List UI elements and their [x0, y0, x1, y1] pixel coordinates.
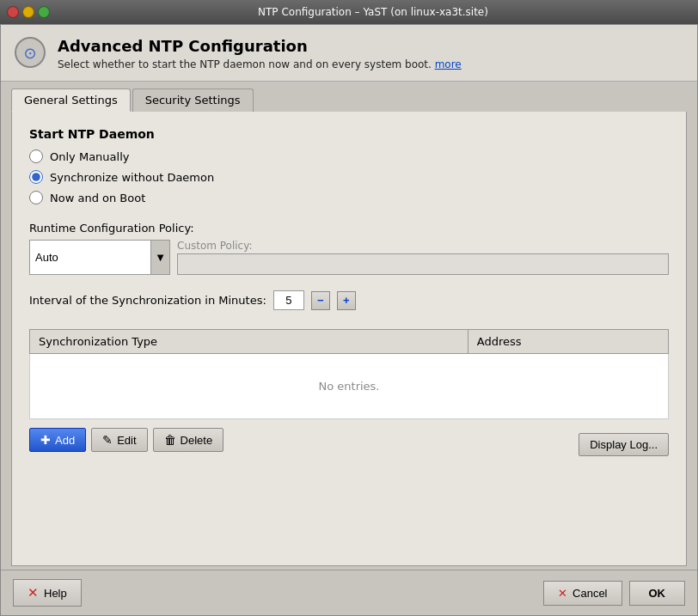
display-log-label: Display Log...: [590, 438, 658, 451]
interval-input[interactable]: [273, 290, 304, 310]
policy-label: Runtime Configuration Policy:: [29, 222, 194, 235]
radio-sync-without-daemon-label: Synchronize without Daemon: [50, 171, 214, 184]
edit-icon: ✎: [102, 433, 113, 447]
radio-now-and-boot-input[interactable]: [29, 191, 43, 204]
footer-right: ✕ Cancel OK: [543, 581, 685, 606]
tab-content: Start NTP Daemon Only Manually Synchroni…: [11, 112, 687, 566]
radio-sync-without-daemon-input[interactable]: [29, 170, 43, 184]
edit-button[interactable]: ✎ Edit: [91, 428, 147, 452]
custom-policy-label: Custom Policy:: [177, 240, 669, 252]
yast-icon: ⊙: [15, 37, 46, 68]
more-link[interactable]: more: [435, 58, 462, 70]
interval-increase-button[interactable]: +: [337, 291, 356, 310]
maximize-button[interactable]: [38, 6, 50, 18]
interval-decrease-button[interactable]: −: [311, 291, 330, 310]
radio-now-and-boot[interactable]: Now and on Boot: [29, 191, 669, 204]
delete-button[interactable]: 🗑 Delete: [153, 428, 224, 452]
window-title: NTP Configuration – YaST (on linux-xa3t.…: [55, 6, 691, 18]
titlebar-buttons: [7, 6, 50, 18]
tab-general-settings[interactable]: General Settings: [11, 88, 131, 112]
policy-select[interactable]: Auto Custom: [30, 241, 150, 274]
no-entries-label: No entries.: [39, 359, 659, 413]
dialog-description: Select whether to start the NTP daemon n…: [58, 58, 462, 70]
table-actions-row: ✚ Add ✎ Edit 🗑 Delete Display Log...: [29, 428, 669, 460]
sync-table: Synchronization Type Address No entries.: [29, 329, 669, 419]
interval-label: Interval of the Synchronization in Minut…: [29, 294, 266, 307]
add-button-label: Add: [55, 434, 75, 447]
start-daemon-title: Start NTP Daemon: [29, 127, 669, 141]
custom-policy-wrap: Custom Policy:: [177, 240, 669, 275]
add-button[interactable]: ✚ Add: [29, 428, 86, 452]
radio-only-manually[interactable]: Only Manually: [29, 149, 669, 163]
titlebar: NTP Configuration – YaST (on linux-xa3t.…: [0, 0, 698, 24]
delete-icon: 🗑: [164, 433, 176, 447]
tabbar: General Settings Security Settings: [1, 82, 697, 112]
policy-select-wrap: Auto Custom ▼: [29, 240, 170, 275]
cancel-icon: ✕: [558, 587, 567, 600]
ok-button-label: OK: [649, 587, 666, 600]
footer: ✕ Help ✕ Cancel OK: [1, 570, 697, 615]
radio-only-manually-input[interactable]: [29, 149, 43, 163]
add-icon: ✚: [40, 433, 51, 447]
table-actions: ✚ Add ✎ Edit 🗑 Delete: [29, 428, 223, 452]
select-arrow-icon[interactable]: ▼: [150, 241, 169, 274]
cancel-button-label: Cancel: [572, 587, 607, 600]
help-button[interactable]: ✕ Help: [13, 579, 82, 607]
daemon-radio-group: Only Manually Synchronize without Daemon…: [29, 149, 669, 204]
cancel-button[interactable]: ✕ Cancel: [543, 581, 621, 606]
main-window: ⊙ Advanced NTP Configuration Select whet…: [0, 24, 698, 616]
no-entries-row: No entries.: [30, 354, 669, 419]
display-log-button[interactable]: Display Log...: [579, 433, 669, 456]
radio-now-and-boot-label: Now and on Boot: [50, 192, 145, 204]
delete-button-label: Delete: [181, 434, 213, 447]
dialog-title: Advanced NTP Configuration: [58, 37, 462, 55]
policy-row: Runtime Configuration Policy: Auto Custo…: [29, 222, 669, 275]
radio-only-manually-label: Only Manually: [50, 150, 129, 163]
minimize-button[interactable]: [22, 6, 34, 18]
col-address: Address: [468, 330, 668, 354]
header: ⊙ Advanced NTP Configuration Select whet…: [1, 25, 697, 82]
interval-row: Interval of the Synchronization in Minut…: [29, 290, 669, 310]
ok-button[interactable]: OK: [629, 581, 686, 606]
close-button[interactable]: [7, 6, 19, 18]
edit-button-label: Edit: [117, 434, 136, 447]
help-icon: ✕: [28, 585, 39, 601]
custom-policy-input[interactable]: [177, 253, 669, 275]
col-sync-type: Synchronization Type: [30, 330, 468, 354]
radio-sync-without-daemon[interactable]: Synchronize without Daemon: [29, 170, 669, 184]
header-text: Advanced NTP Configuration Select whethe…: [58, 37, 462, 70]
policy-controls: Auto Custom ▼ Custom Policy:: [29, 240, 669, 275]
help-button-label: Help: [44, 587, 67, 600]
tab-security-settings[interactable]: Security Settings: [132, 88, 254, 112]
